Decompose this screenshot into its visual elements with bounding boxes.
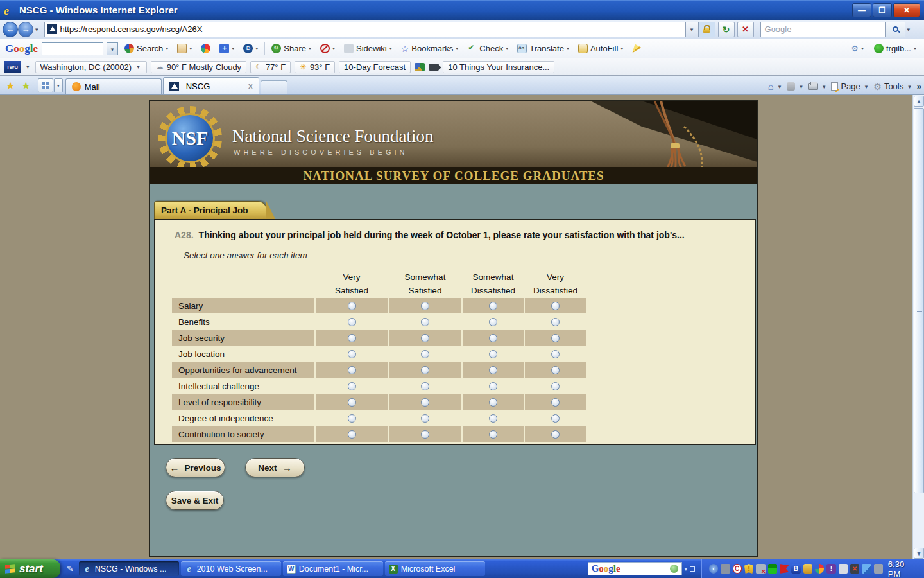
weather-conditions[interactable]: ☁ 90° F Mostly Cloudy — [151, 61, 246, 73]
radio-3-1[interactable] — [421, 350, 429, 358]
tray-c-icon[interactable]: C — [733, 564, 742, 574]
minimize-button[interactable]: — — [852, 3, 871, 17]
radio-2-1[interactable] — [421, 334, 429, 342]
radio-4-2[interactable] — [489, 366, 497, 374]
search-go-button[interactable] — [886, 22, 905, 37]
tools-menu[interactable]: ⚙Tools▾ — [873, 82, 912, 92]
radio-8-0[interactable] — [348, 430, 356, 439]
desktop-search-box[interactable]: Google — [588, 562, 682, 575]
weather-location-select[interactable]: Washington, DC (20002)▾ — [35, 61, 147, 73]
translate-button[interactable]: Translate▾ — [515, 42, 572, 55]
refresh-button[interactable]: ↻ — [718, 22, 735, 37]
tab-close-icon[interactable]: x — [248, 82, 253, 91]
quick-tabs-button[interactable] — [38, 78, 53, 92]
desktop-search-minimize[interactable] — [690, 566, 695, 572]
radio-6-1[interactable] — [421, 398, 429, 407]
radio-5-1[interactable] — [421, 382, 429, 390]
add-favorite-button[interactable]: ★ — [18, 80, 33, 94]
radio-6-0[interactable] — [348, 398, 356, 407]
browser-search-box[interactable]: Google — [760, 22, 886, 37]
radio-6-3[interactable] — [551, 398, 560, 407]
spellcheck-button[interactable]: Check▾ — [465, 42, 511, 55]
ssl-lock-icon[interactable] — [699, 22, 715, 37]
bluetooth-icon[interactable]: B — [791, 564, 800, 574]
sidewiki-button[interactable]: Sidewiki▾ — [341, 42, 395, 55]
radio-3-2[interactable] — [489, 350, 497, 358]
desktop-search-dropdown[interactable]: ▾ — [685, 566, 688, 572]
radio-1-2[interactable] — [489, 318, 497, 326]
highlighter-button[interactable] — [629, 43, 644, 55]
add-gadget-button[interactable]: ▾ — [217, 42, 237, 55]
video-icon[interactable] — [429, 64, 439, 71]
radio-0-1[interactable] — [421, 302, 429, 310]
weather-map-icon[interactable] — [415, 63, 425, 71]
vertical-scrollbar[interactable]: ▲ ▼ — [912, 95, 924, 559]
google-desktop-icon[interactable] — [815, 564, 824, 574]
home-button[interactable]: ⌂▾ — [768, 81, 783, 92]
close-button[interactable]: ✕ — [893, 3, 920, 17]
save-exit-button[interactable]: Save & Exit — [166, 491, 224, 510]
feeds-button[interactable]: ▾ — [787, 82, 805, 91]
radio-4-3[interactable] — [551, 366, 560, 374]
tray-pen-icon[interactable] — [862, 564, 871, 574]
quick-launch-icon[interactable]: ✎ — [67, 564, 74, 574]
address-field[interactable]: https://respond.census.gov/nscg/A26X — [44, 22, 686, 37]
tray-monitor-icon[interactable] — [874, 564, 883, 574]
tab-list-dropdown[interactable]: ▾ — [54, 78, 63, 92]
popup-blocker-button[interactable]: ▾ — [318, 42, 338, 55]
radio-1-1[interactable] — [421, 318, 429, 326]
radio-0-3[interactable] — [551, 302, 560, 310]
tab-mail[interactable]: Mail — [65, 78, 162, 94]
radio-2-0[interactable] — [348, 334, 356, 342]
tray-x-icon[interactable]: ✕ — [850, 564, 859, 574]
radio-4-1[interactable] — [421, 366, 429, 374]
radio-7-3[interactable] — [551, 414, 560, 423]
print-button[interactable]: ▾ — [809, 83, 828, 90]
nav-history-dropdown[interactable]: ▾ — [33, 26, 40, 33]
page-menu[interactable]: Page▾ — [831, 82, 869, 91]
taskbar-task-4[interactable]: XMicrosoft Excel — [385, 561, 485, 576]
tray-pointer-icon[interactable] — [839, 564, 848, 574]
tray-flag-icon[interactable] — [780, 564, 789, 574]
dell-button[interactable]: ▾ — [241, 42, 261, 55]
radio-8-1[interactable] — [421, 430, 429, 439]
bookmarks-button[interactable]: ☆ Bookmarks▾ — [398, 42, 461, 55]
share-button[interactable]: Share▾ — [269, 42, 314, 55]
radio-5-3[interactable] — [551, 382, 560, 390]
forecast-button[interactable]: 10-Day Forecast — [339, 61, 411, 73]
address-dropdown[interactable]: ▾ — [686, 22, 699, 37]
news-headline[interactable]: 10 Things Your Insurance... — [443, 61, 554, 73]
taskbar-task-1[interactable]: eNSCG - Windows ... — [79, 561, 179, 576]
back-button[interactable]: ← — [3, 22, 18, 37]
restore-button[interactable]: ❐ — [873, 3, 892, 17]
radio-7-1[interactable] — [421, 414, 429, 423]
radio-6-2[interactable] — [489, 398, 497, 407]
google-search-dropdown[interactable]: ▾ — [107, 42, 118, 55]
radio-7-0[interactable] — [348, 414, 356, 423]
tray-display-icon[interactable] — [721, 564, 730, 574]
toolbar-settings-button[interactable]: ⚙▾ — [848, 42, 866, 55]
weather-high[interactable]: ☀ 93° F — [295, 61, 335, 73]
taskbar-task-2[interactable]: e2010 Web Screen... — [181, 561, 281, 576]
radio-3-3[interactable] — [551, 350, 560, 358]
scroll-up-button[interactable]: ▲ — [914, 96, 924, 107]
radio-5-0[interactable] — [348, 382, 356, 390]
radio-5-2[interactable] — [489, 382, 497, 390]
scroll-down-button[interactable]: ▼ — [914, 548, 924, 559]
forward-button[interactable]: → — [18, 22, 33, 37]
tray-camera-icon[interactable] — [803, 564, 812, 574]
tab-nscg[interactable]: NSCG x — [163, 77, 259, 94]
news-button[interactable]: ▾ — [175, 42, 194, 55]
next-button[interactable]: Next → — [245, 458, 305, 477]
radio-2-2[interactable] — [489, 334, 497, 342]
tray-alert-icon[interactable]: ! — [826, 564, 835, 574]
previous-button[interactable]: ← Previous — [166, 458, 225, 477]
radio-7-2[interactable] — [489, 414, 497, 423]
account-button[interactable]: trgilb...▾ — [871, 42, 919, 55]
radio-1-3[interactable] — [551, 318, 560, 326]
tray-network-disconnected-icon[interactable] — [756, 564, 765, 574]
radio-4-0[interactable] — [348, 366, 356, 374]
twc-logo[interactable]: TWC — [4, 61, 21, 73]
autofill-button[interactable]: AutoFill▾ — [576, 42, 626, 55]
google-search-button[interactable]: Search▾ — [122, 42, 171, 55]
